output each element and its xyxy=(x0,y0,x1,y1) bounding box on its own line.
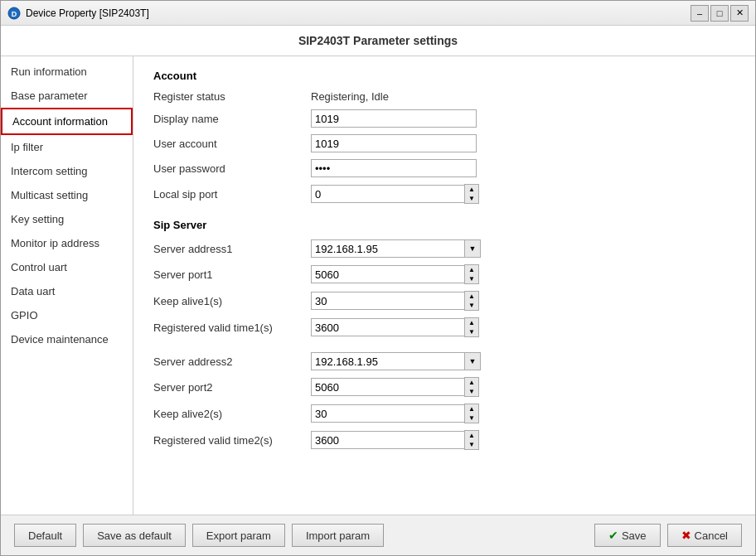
register-status-value: Registering, Idle xyxy=(311,90,389,103)
server-address1-label: Server address1 xyxy=(153,243,311,255)
server-port2-row: Server port2 ▲ ▼ xyxy=(153,377,735,397)
server-port1-spinner-btns: ▲ ▼ xyxy=(464,264,479,284)
sidebar-item-ip-filter[interactable]: Ip filter xyxy=(1,135,133,159)
server-address2-dropdown-btn[interactable]: ▼ xyxy=(464,352,481,370)
title-bar: D Device Property [SIP2403T] – □ ✕ xyxy=(1,1,755,26)
user-account-input[interactable] xyxy=(311,134,477,152)
server-port1-spinner: ▲ ▼ xyxy=(311,264,479,284)
sidebar-item-account-information[interactable]: Account information xyxy=(1,108,133,135)
user-password-input[interactable] xyxy=(311,159,477,177)
cancel-label: Cancel xyxy=(695,529,728,542)
registered-valid-time2-input[interactable] xyxy=(311,431,464,449)
server-address2-row: Server address2 ▼ xyxy=(153,352,735,370)
close-button[interactable]: ✕ xyxy=(730,5,749,22)
keep-alive2-label: Keep alive2(s) xyxy=(153,408,311,420)
content-area: Run information Base parameter Account i… xyxy=(1,56,755,515)
keep-alive1-input[interactable] xyxy=(311,292,464,310)
window-title: Device Property [SIP2403T] xyxy=(26,7,149,19)
server-address1-dropdown-btn[interactable]: ▼ xyxy=(464,239,481,258)
sidebar-item-monitor-ip-address[interactable]: Monitor ip address xyxy=(1,231,133,255)
title-bar-left: D Device Property [SIP2403T] xyxy=(7,7,149,20)
registered-valid-time2-spinner: ▲ ▼ xyxy=(311,430,479,450)
registered-valid-time1-down-btn[interactable]: ▼ xyxy=(465,327,478,336)
check-icon: ✔ xyxy=(608,529,618,542)
keep-alive2-spinner-btns: ▲ ▼ xyxy=(464,404,479,423)
dialog-header: SIP2403T Parameter settings xyxy=(1,26,755,56)
sidebar-item-base-parameter[interactable]: Base parameter xyxy=(1,84,133,108)
server-port1-down-btn[interactable]: ▼ xyxy=(465,274,478,283)
keep-alive2-row: Keep alive2(s) ▲ ▼ xyxy=(153,404,735,423)
server-port2-label: Server port2 xyxy=(153,381,311,394)
server-port2-down-btn[interactable]: ▼ xyxy=(465,387,478,396)
register-status-label: Register status xyxy=(153,90,311,103)
user-password-label: User password xyxy=(153,162,311,175)
registered-valid-time2-label: Registered valid time2(s) xyxy=(153,434,311,447)
keep-alive2-input[interactable] xyxy=(311,404,464,423)
save-as-default-button[interactable]: Save as default xyxy=(83,524,186,547)
sidebar-item-data-uart[interactable]: Data uart xyxy=(1,279,133,303)
display-name-row: Display name xyxy=(153,109,735,128)
server-port1-up-btn[interactable]: ▲ xyxy=(465,265,478,274)
import-param-label: Import param xyxy=(306,529,370,542)
minimize-button[interactable]: – xyxy=(691,5,709,22)
sidebar-item-key-setting[interactable]: Key setting xyxy=(1,207,133,231)
main-content: Account Register status Registering, Idl… xyxy=(133,56,755,515)
save-button[interactable]: ✔ Save xyxy=(594,524,661,547)
local-sip-port-input[interactable] xyxy=(311,185,464,203)
server-address1-input[interactable] xyxy=(311,239,464,258)
local-sip-port-label: Local sip port xyxy=(153,188,311,201)
import-param-button[interactable]: Import param xyxy=(292,524,384,547)
server-port2-input[interactable] xyxy=(311,378,464,396)
dialog-title: SIP2403T Parameter settings xyxy=(298,34,458,47)
registered-valid-time1-spinner-btns: ▲ ▼ xyxy=(464,317,479,337)
sidebar-item-gpio[interactable]: GPIO xyxy=(1,303,133,327)
keep-alive2-up-btn[interactable]: ▲ xyxy=(465,404,478,413)
cancel-button[interactable]: ✖ Cancel xyxy=(667,524,742,547)
save-label: Save xyxy=(622,529,647,542)
server-port1-label: Server port1 xyxy=(153,268,311,281)
registered-valid-time2-down-btn[interactable]: ▼ xyxy=(465,440,478,449)
register-status-row: Register status Registering, Idle xyxy=(153,90,735,103)
local-sip-port-down-btn[interactable]: ▼ xyxy=(465,194,478,203)
registered-valid-time2-spinner-btns: ▲ ▼ xyxy=(464,430,479,450)
local-sip-port-spinner-btns: ▲ ▼ xyxy=(464,184,479,204)
server-address1-dropdown: ▼ xyxy=(311,239,481,258)
export-param-button[interactable]: Export param xyxy=(192,524,285,547)
server-address2-input[interactable] xyxy=(311,352,464,370)
sidebar-item-intercom-setting[interactable]: Intercom setting xyxy=(1,159,133,183)
sidebar-item-device-maintenance[interactable]: Device maintenance xyxy=(1,327,133,351)
user-account-label: User account xyxy=(153,138,311,150)
registered-valid-time2-up-btn[interactable]: ▲ xyxy=(465,431,478,440)
display-name-label: Display name xyxy=(153,113,311,125)
registered-valid-time1-spinner: ▲ ▼ xyxy=(311,317,479,337)
window-icon: D xyxy=(7,7,21,20)
server-address2-label: Server address2 xyxy=(153,355,311,368)
local-sip-port-row: Local sip port ▲ ▼ xyxy=(153,184,735,204)
default-label: Default xyxy=(28,529,62,542)
keep-alive1-down-btn[interactable]: ▼ xyxy=(465,301,478,310)
registered-valid-time1-up-btn[interactable]: ▲ xyxy=(465,318,478,327)
user-password-row: User password xyxy=(153,159,735,177)
title-controls: – □ ✕ xyxy=(691,5,749,22)
user-account-row: User account xyxy=(153,134,735,152)
local-sip-port-spinner: ▲ ▼ xyxy=(311,184,479,204)
display-name-input[interactable] xyxy=(311,109,477,128)
sidebar-item-multicast-setting[interactable]: Multicast setting xyxy=(1,183,133,207)
keep-alive2-spinner: ▲ ▼ xyxy=(311,404,479,423)
registered-valid-time1-input[interactable] xyxy=(311,318,464,336)
keep-alive1-up-btn[interactable]: ▲ xyxy=(465,292,478,301)
sidebar: Run information Base parameter Account i… xyxy=(1,56,133,515)
local-sip-port-up-btn[interactable]: ▲ xyxy=(465,185,478,194)
default-button[interactable]: Default xyxy=(14,524,76,547)
sidebar-item-control-uart[interactable]: Control uart xyxy=(1,255,133,279)
keep-alive2-down-btn[interactable]: ▼ xyxy=(465,413,478,423)
server-address2-dropdown: ▼ xyxy=(311,352,481,370)
server-port2-up-btn[interactable]: ▲ xyxy=(465,378,478,387)
server-port1-row: Server port1 ▲ ▼ xyxy=(153,264,735,284)
server-port1-input[interactable] xyxy=(311,265,464,283)
sidebar-item-run-information[interactable]: Run information xyxy=(1,60,133,84)
save-as-default-label: Save as default xyxy=(97,529,172,542)
keep-alive1-spinner-btns: ▲ ▼ xyxy=(464,291,479,311)
account-section-title: Account xyxy=(153,70,735,82)
maximize-button[interactable]: □ xyxy=(710,5,729,22)
